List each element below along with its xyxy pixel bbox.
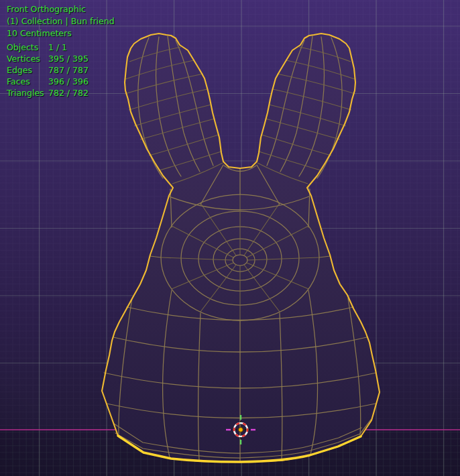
grid-scale-label: 10 Centimeters [7,27,72,40]
stat-label: Objects [7,42,48,53]
stat-row-objects: Objects 1 / 1 [7,42,89,53]
blender-3d-viewport[interactable]: Front Orthographic (1) Collection | Bun … [0,0,460,476]
breadcrumb: (1) Collection | Bun friend [7,15,115,27]
stat-value: 396 / 396 [48,76,89,87]
stat-row-triangles: Triangles 782 / 782 [7,87,89,99]
stat-label: Triangles [7,87,48,99]
stat-value: 787 / 787 [48,64,89,76]
stat-label: Vertices [7,53,48,64]
stat-value: 395 / 395 [48,53,89,64]
stat-label: Faces [7,76,48,87]
stat-row-edges: Edges 787 / 787 [7,64,89,76]
object-origin-dot [239,428,243,432]
view-name-label: Front Orthographic [7,3,86,15]
stat-row-vertices: Vertices 395 / 395 [7,53,89,64]
scene-statistics: Objects 1 / 1 Vertices 395 / 395 Edges 7… [7,42,89,99]
stat-value: 1 / 1 [48,42,67,53]
stat-label: Edges [7,64,48,76]
stat-value: 782 / 782 [48,87,89,99]
stat-row-faces: Faces 396 / 396 [7,76,89,87]
